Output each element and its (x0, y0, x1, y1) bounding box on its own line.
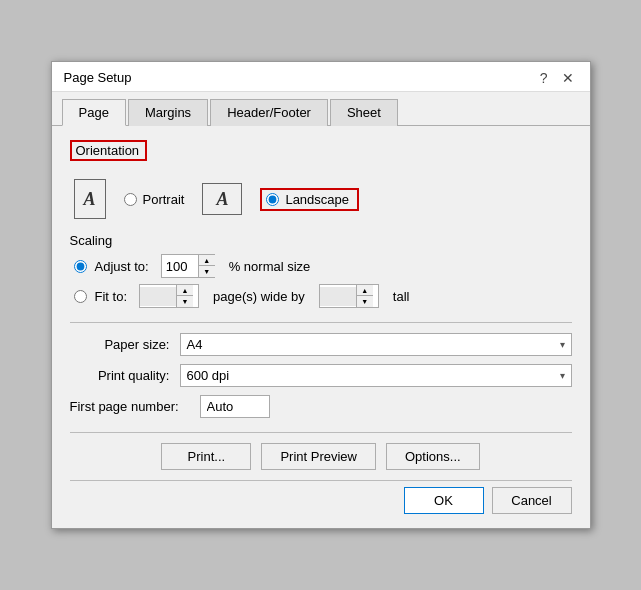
adjust-down-arrow[interactable]: ▼ (199, 266, 215, 277)
portrait-option[interactable]: Portrait (124, 192, 185, 207)
adjust-arrows: ▲ ▼ (198, 255, 215, 277)
fit-tall-spinner[interactable]: ▲ ▼ (319, 284, 379, 308)
paper-size-row: Paper size: A4 ▾ (70, 333, 572, 356)
print-quality-arrow: ▾ (560, 370, 565, 381)
adjust-up-arrow[interactable]: ▲ (199, 255, 215, 266)
landscape-icon: A (202, 183, 242, 215)
tab-bar: Page Margins Header/Footer Sheet (52, 92, 590, 126)
print-button[interactable]: Print... (161, 443, 251, 470)
cancel-button[interactable]: Cancel (492, 487, 572, 514)
fit-tall-down[interactable]: ▼ (357, 296, 373, 307)
adjust-spinner[interactable]: ▲ ▼ (161, 254, 215, 278)
fit-pages-up[interactable]: ▲ (177, 285, 193, 296)
orientation-label: Orientation (70, 140, 148, 161)
landscape-radio[interactable] (266, 193, 279, 206)
adjust-input[interactable] (162, 257, 198, 276)
tab-margins[interactable]: Margins (128, 99, 208, 126)
action-buttons-row: Print... Print Preview Options... (70, 443, 572, 470)
fit-tall-input[interactable] (320, 287, 356, 306)
fit-tall-unit: tall (393, 289, 410, 304)
print-quality-row: Print quality: 600 dpi ▾ (70, 364, 572, 387)
fit-radio[interactable] (74, 290, 87, 303)
orientation-row: A Portrait A Landscape (70, 179, 572, 219)
paper-size-value: A4 (187, 337, 560, 352)
help-button[interactable]: ? (536, 71, 552, 85)
content-area: Orientation A Portrait A Landscape (52, 126, 590, 528)
landscape-selected-box: Landscape (260, 188, 359, 211)
scaling-label: Scaling (70, 233, 572, 248)
portrait-radio[interactable] (124, 193, 137, 206)
portrait-label: Portrait (143, 192, 185, 207)
print-quality-value: 600 dpi (187, 368, 560, 383)
fit-pages-arrows: ▲ ▼ (176, 285, 193, 307)
paper-size-dropdown[interactable]: A4 ▾ (180, 333, 572, 356)
tab-sheet[interactable]: Sheet (330, 99, 398, 126)
print-quality-dropdown[interactable]: 600 dpi ▾ (180, 364, 572, 387)
close-button[interactable]: ✕ (558, 71, 578, 85)
divider-1 (70, 322, 572, 323)
ok-button[interactable]: OK (404, 487, 484, 514)
dialog-title: Page Setup (64, 70, 132, 85)
title-bar: Page Setup ? ✕ (52, 62, 590, 92)
print-preview-button[interactable]: Print Preview (261, 443, 376, 470)
fit-pages-unit: page(s) wide by (213, 289, 305, 304)
first-page-label: First page number: (70, 399, 200, 414)
fit-pages-spinner[interactable]: ▲ ▼ (139, 284, 199, 308)
tab-page[interactable]: Page (62, 99, 126, 126)
print-quality-label: Print quality: (70, 368, 180, 383)
paper-size-label: Paper size: (70, 337, 180, 352)
paper-size-arrow: ▾ (560, 339, 565, 350)
adjust-unit: % normal size (229, 259, 311, 274)
adjust-label: Adjust to: (95, 259, 149, 274)
fit-tall-arrows: ▲ ▼ (356, 285, 373, 307)
landscape-label: Landscape (285, 192, 349, 207)
tab-header-footer[interactable]: Header/Footer (210, 99, 328, 126)
adjust-radio[interactable] (74, 260, 87, 273)
first-page-row: First page number: (70, 395, 572, 418)
fit-pages-input[interactable] (140, 287, 176, 306)
first-page-input[interactable] (200, 395, 270, 418)
portrait-icon: A (74, 179, 106, 219)
fit-pages-down[interactable]: ▼ (177, 296, 193, 307)
fit-to-row: Fit to: ▲ ▼ page(s) wide by ▲ ▼ ta (70, 284, 572, 308)
fit-label: Fit to: (95, 289, 128, 304)
options-button[interactable]: Options... (386, 443, 480, 470)
fit-tall-up[interactable]: ▲ (357, 285, 373, 296)
scaling-section: Scaling Adjust to: ▲ ▼ % normal size Fit (70, 233, 572, 308)
ok-cancel-row: OK Cancel (70, 480, 572, 518)
adjust-to-row: Adjust to: ▲ ▼ % normal size (70, 254, 572, 278)
page-setup-dialog: Page Setup ? ✕ Page Margins Header/Foote… (51, 61, 591, 529)
title-actions: ? ✕ (536, 71, 578, 85)
divider-2 (70, 432, 572, 433)
